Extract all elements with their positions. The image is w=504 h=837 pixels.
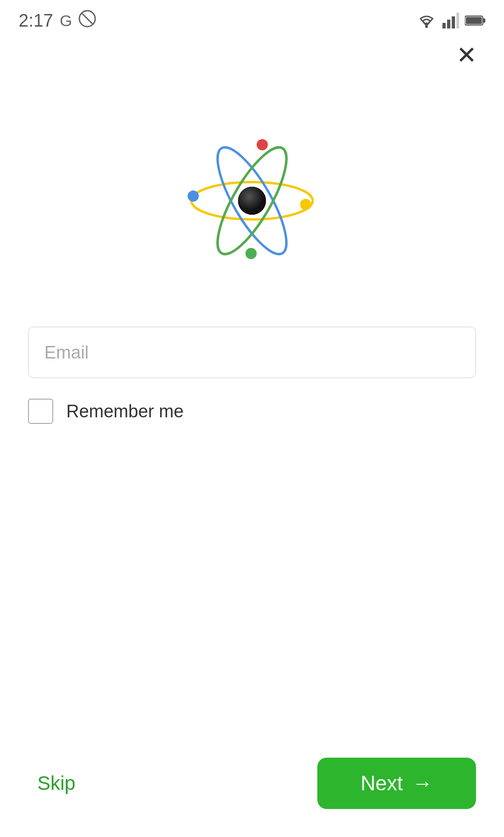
svg-rect-3 bbox=[442, 23, 446, 28]
do-not-disturb-icon bbox=[78, 10, 96, 31]
remember-me-row: Remember me bbox=[28, 399, 476, 424]
svg-point-17 bbox=[257, 139, 268, 150]
bottom-bar: Skip Next → bbox=[0, 758, 504, 809]
status-time: 2:17 bbox=[19, 11, 53, 31]
battery-icon bbox=[465, 14, 485, 27]
wifi-icon bbox=[416, 13, 437, 28]
status-left: 2:17 G bbox=[19, 10, 96, 31]
signal-icon bbox=[442, 13, 459, 28]
status-bar: 2:17 G bbox=[0, 0, 504, 33]
close-button[interactable]: ✕ bbox=[453, 41, 481, 69]
svg-rect-4 bbox=[447, 20, 450, 28]
remember-me-label: Remember me bbox=[66, 401, 183, 422]
google-icon: G bbox=[60, 12, 72, 30]
svg-rect-6 bbox=[456, 13, 459, 28]
svg-point-11 bbox=[238, 187, 266, 215]
svg-rect-9 bbox=[483, 19, 485, 23]
remember-me-checkbox[interactable] bbox=[28, 399, 53, 424]
svg-point-19 bbox=[300, 199, 311, 210]
status-right bbox=[416, 13, 485, 28]
email-input[interactable] bbox=[28, 327, 476, 378]
close-icon: ✕ bbox=[456, 43, 477, 67]
form-container: Remember me bbox=[0, 327, 504, 424]
next-button[interactable]: Next → bbox=[317, 758, 476, 809]
skip-button[interactable]: Skip bbox=[28, 767, 85, 799]
logo-container bbox=[0, 135, 504, 266]
svg-point-18 bbox=[245, 248, 257, 259]
svg-rect-8 bbox=[466, 17, 482, 24]
svg-line-1 bbox=[82, 13, 93, 24]
atom-logo bbox=[182, 135, 322, 266]
svg-point-2 bbox=[425, 25, 428, 28]
svg-rect-5 bbox=[452, 16, 455, 28]
svg-point-16 bbox=[188, 190, 199, 202]
next-arrow-icon: → bbox=[412, 772, 433, 795]
